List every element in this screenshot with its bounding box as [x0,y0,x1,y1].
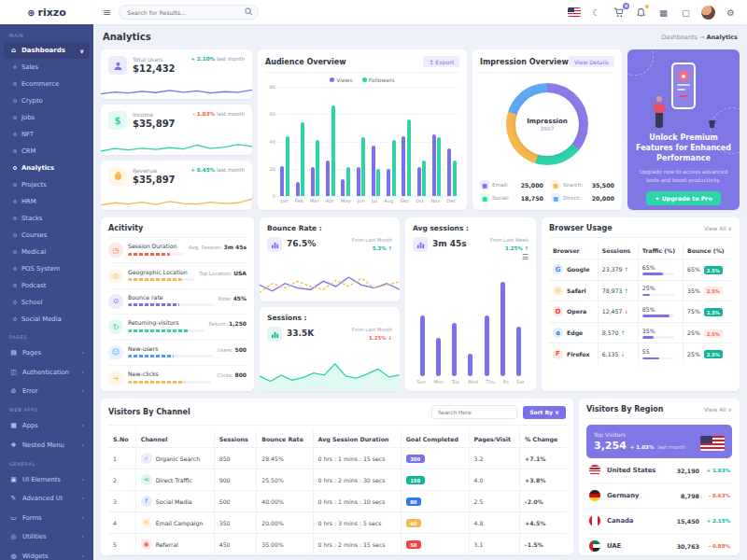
stat-delta-value: - 1.03% [193,111,216,117]
pages-cell: 4.8 [469,512,520,534]
bullet-icon [13,217,17,220]
y-tick-label: 20 [269,166,275,172]
channel-cell: ⌕Organic Search [135,448,214,469]
hamburger-menu-icon[interactable]: ≡ [103,7,111,19]
sidebar-item-crm[interactable]: CRM [0,143,93,160]
language-flag-icon[interactable] [567,6,581,20]
x-tick-label: Apr [326,198,334,203]
sidebar-item-nft[interactable]: NFT [0,126,93,143]
bar [392,140,396,196]
column-header: Goal Completed [401,430,469,448]
sidebar-item-podcast[interactable]: Podcast [0,277,93,294]
impression-donut-chart: Impression 3907 [506,83,588,165]
user-avatar[interactable] [701,6,715,20]
sessions-cell: 350 [214,512,257,534]
activity-row-new-users: ☺New-usersUsers: 500 [108,341,247,366]
stat-delta-note: last month [217,111,245,117]
sidebar-item-school[interactable]: School [0,294,93,311]
sidebar-item-medical[interactable]: Medical [0,244,93,260]
view-details-button[interactable]: View Details [569,56,614,67]
stat-cards: Total Users$12,432+ 2.10% last month$Inc… [101,49,252,210]
pages-cell: 2.5 [469,491,520,512]
channel-search-input[interactable] [431,405,517,419]
sidebar-item-hrm[interactable]: HRM [0,193,93,210]
legend-label: Followers [369,77,395,83]
sidebar-item-ecommerce[interactable]: Ecommerce [0,76,93,92]
chart-menu-icon[interactable]: ☰ [522,253,529,261]
traffic-bar [642,294,674,297]
cart-icon[interactable]: 0 [612,6,626,20]
sidebar-item-crypto[interactable]: Crypto [0,92,93,109]
sidebar-item-widgets[interactable]: ◍Widgets› [0,546,93,560]
audience-legend: ViewsFollowers [265,77,459,83]
sidebar-item-ui-elements[interactable]: ▣UI Elements› [0,470,93,489]
sidebar-item-analytics[interactable]: Analytics [0,160,93,176]
sidebar-item-utilities[interactable]: ◎Utilities› [0,527,93,546]
search-input[interactable] [119,5,259,20]
bar-group-jun [357,87,366,196]
sessions-value: 8,570 [602,329,619,336]
column-header: Bounce (%) [684,243,732,259]
impression-legend-label: Social: [492,195,509,201]
sort-by-button[interactable]: Sort By ∨ [523,406,566,419]
breadcrumb-parent[interactable]: Dashboards [661,34,698,41]
sidebar-item-social-media[interactable]: Social Media [0,311,93,328]
view-all-button[interactable]: View All ∨ [704,406,732,413]
x-tick-label: May [341,198,351,203]
bounce-rate-card: Bounce Rate : 76.5% From Last Month 5.3%… [260,217,400,301]
sidebar-item-authentication[interactable]: ◫Authentication› [0,362,93,381]
impression-legend-item: ■Direct:20,000 [551,193,614,203]
stat-delta-value: + 0.45% [190,167,215,173]
bar-group-apr [326,87,335,196]
sidebar-item-stacks[interactable]: Stacks [0,210,93,227]
sidebar-item-apps[interactable]: ▦Apps› [0,416,93,435]
sidebar-item-pos-system[interactable]: POS System [0,260,93,277]
region-name: United States [607,467,655,474]
sidebar-item-forms[interactable]: ▭Forms› [0,509,93,527]
avg-from-label: From Last Week [490,237,529,243]
x-tick-label: Sep [400,198,409,203]
search-icon[interactable] [245,7,253,16]
apps-grid-icon[interactable]: ▦ [656,6,670,20]
bullet-icon [13,133,17,136]
sidebar-item-error[interactable]: ⊘Error› [0,382,93,400]
sidebar-item-advanced-ui[interactable]: ✎Advanced UI› [0,489,93,508]
upgrade-to-pro-button[interactable]: ✦ Upgrade to Pro [646,191,721,205]
region-row-canada: Canada15,450+ 2.15% [586,509,732,534]
sidebar-item-sales[interactable]: Sales [0,59,93,76]
activity-header: Acitivity [108,224,247,238]
bar [316,140,319,196]
duration-cell: 0 hrs : 1 mins : 10 secs [313,491,401,512]
bar [453,161,457,196]
pages-icon: ▤ [9,349,18,357]
chevron-right-icon: › [81,533,84,540]
sidebar-item-label: Podcast [21,282,46,289]
fullscreen-icon[interactable]: ▢ [679,6,693,20]
bounce-cell: 75%2.5% [684,301,732,323]
export-button[interactable]: ↥ Export [423,56,459,67]
stat-card-text: Revenue$35,897 [133,167,176,186]
sidebar-item-dashboards[interactable]: ⌂ Dashboards ∨ [4,42,90,59]
brand-logo[interactable]: ⊛ rixzo [0,0,93,24]
sidebar-item-projects[interactable]: Projects [0,176,93,193]
activity-progress-bar [128,329,204,332]
sidebar-item-courses[interactable]: Courses [0,227,93,244]
goal-cell: 60 [401,512,469,534]
title-bar: Analytics Dashboards → Analytics [103,32,738,42]
sidebar-item-nested-menu[interactable]: ❖Nested Menu› [0,436,93,455]
channel-label: Direct Traffic [156,477,192,483]
table-row: OOpera12,457 ↓85%75%2.5% [549,301,732,323]
settings-gear-icon[interactable]: ⚙ [724,6,738,20]
bounce-cell: 25%2.5% [684,343,732,364]
sidebar-item-pages[interactable]: ▤Pages› [0,343,93,362]
sidebar-item-jobs[interactable]: Jobs [0,109,93,126]
sessions-value: 6,135 [602,351,619,357]
activity-stat: Top Location: USA [199,269,247,276]
view-all-button[interactable]: View All ∨ [704,225,732,231]
activity-stat-value: USA [233,270,247,276]
impression-legend-label: Email: [492,182,508,188]
dark-mode-icon[interactable]: ☾ [589,6,603,20]
notifications-bell-icon[interactable] [634,6,648,20]
activity-row-main: Session Duration [128,243,184,256]
sidebar-item-label: Pages [22,349,41,357]
